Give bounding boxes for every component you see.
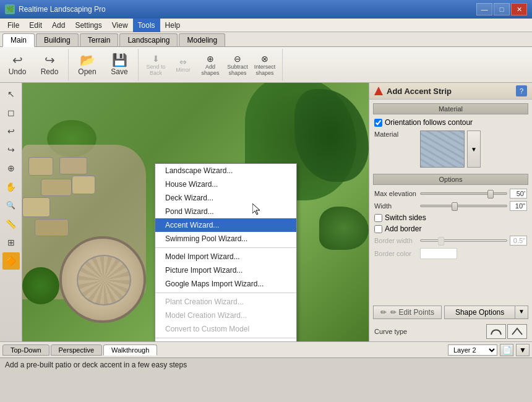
zoom-tool[interactable]: 🔍 — [2, 197, 20, 214]
tab-perspective[interactable]: Perspective — [51, 344, 102, 356]
menu-sep-2 — [155, 293, 296, 293]
main-tabs: Main Building Terrain Landscaping Modeli… — [0, 32, 532, 47]
undo-icon: ↩ — [12, 54, 23, 66]
orientation-row: Orientation follows contour — [369, 117, 532, 128]
app-title: Realtime Landscaping Pro — [19, 5, 475, 14]
accent-strip-icon — [374, 87, 383, 95]
save-icon: 💾 — [112, 54, 127, 66]
open-icon: 📂 — [80, 54, 95, 66]
add-shapes-label: Add shapes — [197, 64, 224, 76]
curve-type-buttons — [486, 324, 527, 339]
orientation-checkbox[interactable] — [374, 119, 382, 127]
edit-points-button[interactable]: ✏ ✏ Edit Points — [373, 306, 442, 319]
measure-tool[interactable]: 📏 — [2, 215, 20, 233]
border-color-label: Border color — [374, 250, 418, 257]
open-button[interactable]: 📂 Open — [72, 49, 102, 81]
menu-bar: File Edit Add Settings View Tools Help — [0, 19, 532, 32]
tab-modeling[interactable]: Modeling — [179, 33, 225, 46]
switch-sides-row: Switch sides — [369, 212, 532, 223]
send-to-back-icon: ⬇ — [152, 54, 160, 64]
tab-landscaping[interactable]: Landscaping — [119, 33, 178, 46]
canvas-area[interactable]: Landscape Wizard... House Wizard... Deck… — [22, 83, 369, 341]
app-icon: 🌿 — [5, 4, 15, 14]
rect-tool[interactable]: ◻ — [2, 104, 20, 121]
status-text: Add a pre-built patio or deck accent in … — [5, 361, 187, 369]
shape-options-dropdown[interactable]: ▼ — [515, 306, 528, 319]
open-label: Open — [78, 67, 96, 76]
menu-file[interactable]: File — [2, 19, 24, 32]
help-button[interactable]: ? — [516, 85, 527, 96]
menu-sep-1 — [155, 247, 296, 248]
undo-button[interactable]: ↩ Undo — [2, 49, 32, 81]
maximize-button[interactable]: □ — [494, 3, 510, 15]
menu-picture-import[interactable]: Picture Import Wizard... — [155, 263, 296, 277]
menu-model-import[interactable]: Model Import Wizard... — [155, 250, 296, 263]
select-tool[interactable]: ↖ — [2, 85, 20, 103]
curve-bezier-button[interactable] — [486, 324, 506, 339]
redo-button[interactable]: ↪ Redo — [35, 49, 64, 81]
menu-pool-wizard[interactable]: Swimming Pool Wizard... — [155, 232, 296, 246]
material-preview[interactable] — [420, 130, 465, 168]
curve-corner-button[interactable] — [507, 324, 527, 339]
status-bar: Add a pre-built patio or deck accent in … — [0, 357, 532, 371]
menu-google-maps[interactable]: Google Maps Import Wizard... — [155, 277, 296, 291]
max-elevation-thumb[interactable] — [487, 190, 494, 199]
material-dropdown-button[interactable]: ▼ — [467, 130, 481, 168]
layer-dropdown-select[interactable]: Layer 1 Layer 2 Layer 3 — [448, 344, 497, 356]
pan-tool[interactable]: ✋ — [2, 178, 20, 195]
edit-points-label: ✏ Edit Points — [390, 308, 434, 317]
save-button[interactable]: 💾 Save — [105, 49, 134, 81]
menu-deck-wizard[interactable]: Deck Wizard... — [155, 191, 296, 205]
add-border-checkbox[interactable] — [374, 225, 382, 233]
menu-view[interactable]: View — [107, 19, 133, 32]
menu-house-wizard[interactable]: House Wizard... — [155, 177, 296, 191]
send-to-back-label: Send toBack — [146, 64, 165, 76]
menu-landscape-wizard[interactable]: Landscape Wizard... — [155, 164, 296, 177]
active-tool[interactable]: 🔶 — [2, 252, 20, 270]
layer-icon-btn-1[interactable]: 📄 — [500, 344, 513, 356]
add-shapes-button[interactable]: ⊕ Add shapes — [197, 49, 224, 81]
shape-options-button[interactable]: Shape Options — [444, 306, 515, 319]
menu-pond-wizard[interactable]: Pond Wizard... — [155, 205, 296, 218]
grid-tool[interactable]: ⊞ — [2, 234, 20, 251]
material-section-label: Material — [373, 103, 528, 114]
tab-top-down[interactable]: Top-Down — [2, 344, 49, 356]
menu-accent-wizard[interactable]: Accent Wizard... — [155, 218, 296, 232]
tab-building[interactable]: Building — [36, 33, 79, 46]
max-elevation-slider[interactable]: 50' — [420, 189, 527, 199]
border-color-swatch — [420, 248, 457, 259]
options-section-label: Options — [373, 174, 528, 185]
menu-tools[interactable]: Tools — [133, 19, 160, 32]
close-button[interactable]: ✕ — [511, 3, 527, 15]
tab-main[interactable]: Main — [2, 33, 35, 47]
panel-header: Add Accent Strip ? — [369, 83, 532, 100]
undo-tool[interactable]: ↩ — [2, 122, 20, 140]
menu-sep-3 — [155, 338, 296, 338]
menu-help[interactable]: Help — [160, 19, 186, 32]
redo-label: Redo — [41, 67, 59, 76]
menu-model-creation: Model Creation Wizard... — [155, 309, 296, 322]
menu-mirror-design[interactable]: Mirror Design... — [155, 340, 296, 341]
intersect-shapes-button[interactable]: ⊗ Intersect shapes — [251, 49, 278, 81]
layer-icon-btn-2[interactable]: ▼ — [516, 344, 530, 356]
subtract-shapes-button[interactable]: ⊖ Subtract shapes — [224, 49, 251, 81]
tab-walkthrough[interactable]: Walkthrough — [103, 344, 157, 356]
redo-tool[interactable]: ↪ — [2, 141, 20, 158]
tab-terrain[interactable]: Terrain — [80, 33, 119, 46]
mirror-button[interactable]: ⇔ Mirror — [169, 49, 197, 81]
bottom-tabs: Top-Down Perspective Walkthrough Layer 1… — [0, 341, 532, 357]
add-tool[interactable]: ⊕ — [2, 160, 20, 177]
toolbar: ↩ Undo ↪ Redo 📂 Open 💾 Save ⬇ Send toBac… — [0, 47, 532, 83]
menu-add[interactable]: Add — [47, 19, 70, 32]
orientation-label: Orientation follows contour — [385, 118, 473, 127]
max-elevation-track — [420, 192, 507, 195]
minimize-button[interactable]: — — [476, 3, 492, 15]
width-thumb[interactable] — [452, 202, 458, 211]
menu-edit[interactable]: Edit — [24, 19, 47, 32]
menu-settings[interactable]: Settings — [70, 19, 106, 32]
send-to-back-button[interactable]: ⬇ Send toBack — [142, 49, 169, 81]
save-label: Save — [111, 67, 127, 76]
max-elevation-label: Max elevation — [374, 190, 418, 197]
switch-sides-checkbox[interactable] — [374, 214, 382, 222]
width-slider[interactable]: 10" — [420, 201, 527, 211]
